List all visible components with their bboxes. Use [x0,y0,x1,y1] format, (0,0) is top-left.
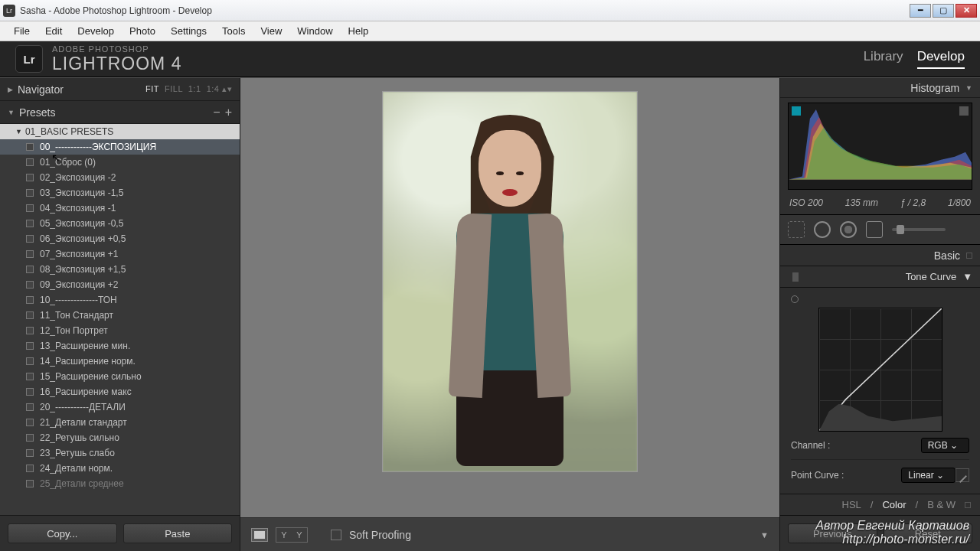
chevron-down-icon: ▼ [8,109,15,116]
navigator-title: Navigator [18,83,64,96]
tonecurve-panel-header[interactable]: Tone Curve ▼ [780,266,980,288]
preset-item[interactable]: 16_Расширение макс [0,384,240,399]
compare-view-button[interactable]: YY [276,527,308,543]
histogram-title: Histogram [910,82,959,94]
presets-header[interactable]: ▼ Presets − + [0,101,240,124]
pointcurve-label: Point Curve : [791,470,901,481]
loupe-view-button[interactable] [251,528,268,542]
spot-tool-icon[interactable] [814,221,831,238]
tone-curve-graph[interactable] [818,308,942,432]
nav-ratio[interactable]: 1:4 [207,84,220,93]
preset-item[interactable]: 09_Экспозиция +2 [0,277,240,292]
chevron-updown-icon[interactable]: ▴▾ [222,84,232,93]
window-close-button[interactable]: ✕ [956,4,977,18]
exif-shutter: 1/800 [948,197,971,208]
preset-item[interactable]: 20_-----------ДЕТАЛИ [0,399,240,415]
preset-item[interactable]: 06_Экспозиция +0,5 [0,231,240,246]
preset-item[interactable]: 07_Экспозиция +1 [0,246,240,262]
exif-summary: ISO 200 135 mm ƒ / 2,8 1/800 [780,194,980,214]
presets-title: Presets [19,106,55,119]
preset-item[interactable]: 05_Экспозиция -0,5 [0,216,240,231]
preset-item[interactable]: 02_Экспозиция -2 [0,170,240,185]
nav-fit[interactable]: FIT [145,84,159,93]
exif-focal: 135 mm [845,197,878,208]
brush-tool-icon[interactable] [892,228,946,231]
menu-settings[interactable]: Settings [163,21,214,41]
preset-item[interactable]: 14_Расширение норм. [0,354,240,369]
soft-proofing-checkbox[interactable] [331,530,341,540]
channel-label: Channel : [791,440,921,451]
crop-tool-icon[interactable] [788,221,805,238]
menu-window[interactable]: Window [289,21,340,41]
preset-item[interactable]: 11_Тон Стандарт [0,308,240,323]
preset-item[interactable]: 13_Расширение мин. [0,338,240,354]
panel-switch-icon[interactable] [965,502,971,508]
nav-fill[interactable]: FILL [165,84,183,93]
preset-item[interactable]: 12_Тон Портрет [0,323,240,338]
preset-item[interactable]: 08_Экспозиция +1,5 [0,262,240,277]
menu-edit[interactable]: Edit [38,21,70,41]
menu-file[interactable]: File [6,21,38,41]
module-library[interactable]: Library [864,49,903,69]
window-minimize-button[interactable]: ━ [910,4,931,18]
paste-button[interactable]: Paste [123,523,233,543]
panel-switch-icon[interactable] [966,253,972,259]
chevron-right-icon: ▶ [8,86,13,93]
presets-plus-button[interactable]: + [225,106,232,119]
menu-photo[interactable]: Photo [122,21,163,41]
brand-line2: LIGHTROOM 4 [52,54,181,74]
preset-list: ▼01_BASIC PRESETS 00_------------ЭКСПОЗИ… [0,124,240,515]
copy-button[interactable]: Copy... [8,523,117,543]
target-adjust-icon[interactable] [791,295,799,303]
navigator-header[interactable]: ▶ Navigator FIT FILL 1:1 1:4 ▴▾ [0,78,240,101]
preset-item[interactable]: 15_Расширение сильно [0,369,240,384]
tonecurve-title: Tone Curve [906,271,956,282]
module-develop[interactable]: Develop [917,49,965,69]
redeye-tool-icon[interactable] [840,221,857,238]
menu-tools[interactable]: Tools [214,21,253,41]
preset-item[interactable]: 01_Сброс (0) [0,155,240,170]
color-tab[interactable]: Color [882,499,906,510]
preset-item[interactable]: 10_--------------ТОН [0,292,240,308]
hsl-tab[interactable]: HSL [842,499,861,510]
exif-aperture: ƒ / 2,8 [900,197,926,208]
reset-button[interactable]: Reset [884,523,973,543]
preset-item[interactable]: 21_Детали стандарт [0,415,240,430]
channel-select[interactable]: RGB ⌄ [921,438,969,453]
basic-title: Basic [934,249,960,262]
nav-1to1[interactable]: 1:1 [188,84,201,93]
image-viewport[interactable]: YY Soft Proofing ▼ [240,78,779,551]
hsl-panel-header[interactable]: HSL/ Color/ B & W [780,494,980,515]
app-icon: Lr [3,5,15,17]
curve-edit-icon[interactable] [956,468,969,482]
tonecurve-switch-icon[interactable] [792,272,799,282]
preset-folder[interactable]: ▼01_BASIC PRESETS [0,124,240,139]
pointcurve-select[interactable]: Linear ⌄ [901,468,956,483]
tonecurve-panel: Channel : RGB ⌄ Point Curve : Linear ⌄ [780,288,980,494]
preset-item[interactable]: 25_Детали среднее [0,476,240,491]
presets-minus-button[interactable]: − [213,106,220,119]
chevron-down-icon: ▼ [962,271,972,282]
soft-proofing-label: Soft Proofing [349,529,411,541]
preset-item[interactable]: 24_Детали норм. [0,461,240,476]
histogram-header[interactable]: Histogram ▼ [780,78,980,98]
toolbar-bottom: YY Soft Proofing ▼ [240,517,779,551]
bw-tab[interactable]: B & W [927,499,956,510]
preset-item[interactable]: 03_Экспозиция -1,5 [0,185,240,201]
menu-develop[interactable]: Develop [70,21,122,41]
toolbar-expand-icon[interactable]: ▼ [760,530,769,540]
preset-item[interactable]: 04_Экспозиция -1 [0,201,240,216]
preset-item[interactable]: 22_Ретушь сильно [0,430,240,445]
basic-panel-header[interactable]: Basic [780,245,980,266]
menu-help[interactable]: Help [341,21,377,41]
preset-item[interactable]: 00_------------ЭКСПОЗИЦИЯ [0,139,240,155]
menu-bar: File Edit Develop Photo Settings Tools V… [0,21,980,41]
window-titlebar: Lr Sasha - Adobe Photoshop Lightroom - D… [0,0,980,21]
exif-iso: ISO 200 [789,197,823,208]
grad-filter-icon[interactable] [866,221,883,238]
histogram-display[interactable] [788,103,972,190]
previous-button[interactable]: Previous [788,523,877,543]
window-maximize-button[interactable]: ▢ [933,4,954,18]
menu-view[interactable]: View [253,21,289,41]
preset-item[interactable]: 23_Ретушь слабо [0,445,240,461]
